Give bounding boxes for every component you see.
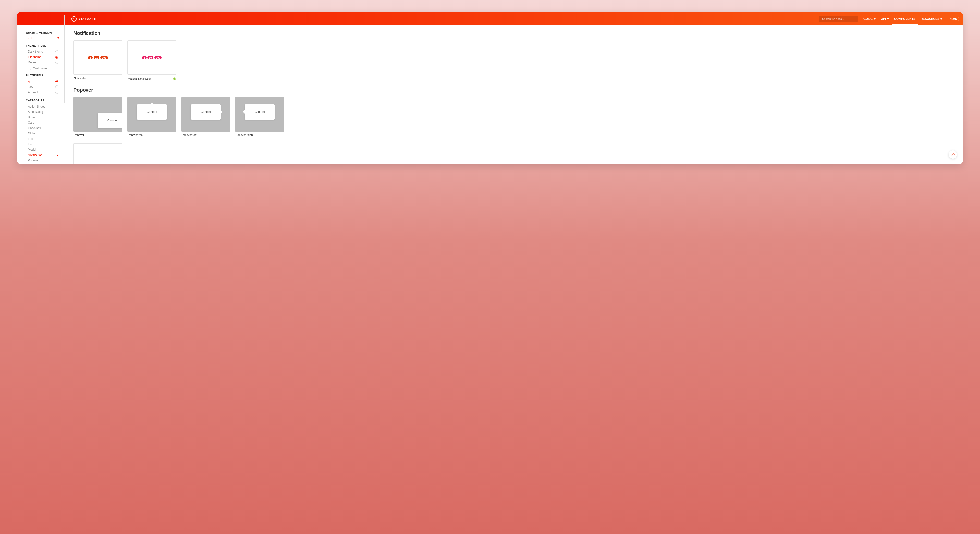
card-preview: 1 10 999 [73, 40, 123, 75]
cat-button[interactable]: Button [28, 114, 59, 120]
cat-popover[interactable]: Popover [28, 158, 59, 163]
platform-all[interactable]: All [28, 79, 59, 84]
platform-ios[interactable]: iOS [28, 84, 59, 90]
onsen-logo-icon [71, 16, 77, 22]
news-badge[interactable]: NEWS [948, 17, 959, 21]
categories-title: CATEGORIES [26, 99, 59, 102]
radio-icon [56, 56, 58, 59]
cat-dialog[interactable]: Dialog [28, 131, 59, 136]
card-preview: Content [127, 97, 177, 132]
nav-api[interactable]: API [881, 17, 889, 21]
version-title: Onsen UI VERSION [26, 31, 59, 34]
radio-icon [56, 61, 58, 64]
cat-fab[interactable]: Fab [28, 136, 59, 141]
popover-arrow-icon [221, 110, 223, 114]
top-nav: GUIDE API COMPONENTS RESOURCES NEWS [863, 17, 959, 21]
card-popover-bottom[interactable]: Content [73, 143, 123, 164]
card-popover-left[interactable]: Content Popover(left) [181, 97, 230, 137]
card-label: Popover(right) [235, 132, 284, 137]
nav-components[interactable]: COMPONENTS [894, 17, 915, 21]
cat-list[interactable]: List [28, 141, 59, 147]
card-preview: 1 10 999 [127, 40, 177, 75]
notification-badge: 1 [142, 56, 146, 59]
popover-grid-row2: Content [73, 143, 953, 164]
section-notification-title: Notification [73, 30, 953, 36]
theme-default[interactable]: Default [28, 60, 59, 65]
section-popover-title: Popover [73, 87, 953, 93]
radio-icon [56, 80, 58, 83]
card-label: Popover(top) [127, 132, 177, 137]
search-input[interactable] [822, 17, 856, 20]
cat-notification[interactable]: Notification [28, 153, 59, 158]
nav-guide[interactable]: GUIDE [863, 17, 876, 21]
popover-demo: Content [137, 104, 167, 119]
card-label: Material Notification ◉ [127, 75, 177, 80]
radio-icon [56, 91, 58, 94]
chevron-down-icon [874, 18, 876, 20]
card-preview: Content [73, 97, 123, 132]
radio-icon [56, 86, 58, 88]
main-content: Notification 1 10 999 Notification [64, 25, 963, 164]
version-select[interactable]: 2.11.2 [28, 36, 59, 40]
theme-title: THEME PRESET [26, 44, 59, 47]
card-label: Popover [73, 132, 123, 137]
scroll-to-top-button[interactable] [949, 150, 957, 159]
android-icon: ◉ [173, 77, 176, 80]
app-body: Onsen UI VERSION 2.11.2 THEME PRESET Dar… [17, 25, 963, 164]
popover-arrow-icon [243, 110, 245, 114]
notification-grid: 1 10 999 Notification 1 10 [73, 40, 953, 80]
nav-resources[interactable]: RESOURCES [921, 17, 942, 21]
notification-badge: 999 [100, 56, 108, 59]
card-notification[interactable]: 1 10 999 Notification [73, 40, 123, 80]
checkbox-icon [28, 67, 31, 70]
badge-row: 1 10 999 [88, 56, 108, 59]
chevron-down-icon [57, 38, 59, 39]
search-box[interactable] [819, 16, 858, 22]
popover-arrow-icon [150, 102, 154, 104]
radio-icon [56, 50, 58, 53]
cat-alert-dialog[interactable]: Alert Dialog [28, 109, 59, 114]
chevron-down-icon [887, 18, 889, 20]
cat-modal[interactable]: Modal [28, 147, 59, 153]
card-popover-top[interactable]: Content Popover(top) [127, 97, 177, 137]
sidebar: Onsen UI VERSION 2.11.2 THEME PRESET Dar… [17, 25, 64, 164]
card-material-notification[interactable]: 1 10 999 Material Notification ◉ [127, 40, 177, 80]
card-preview: Content [73, 143, 123, 164]
app-window: OnsenUI GUIDE API COMPONENTS RESOURCES N… [17, 12, 963, 164]
theme-dark[interactable]: Dark theme [28, 49, 59, 54]
app-header: OnsenUI GUIDE API COMPONENTS RESOURCES N… [17, 12, 963, 25]
platforms-title: PLATFORMS [26, 74, 59, 77]
card-popover-right[interactable]: Content Popover(right) [235, 97, 284, 137]
theme-customize[interactable]: Customize [28, 67, 59, 70]
card-preview: Content [235, 97, 284, 132]
card-label: Notification [73, 75, 123, 79]
card-preview: Content [181, 97, 230, 132]
cat-action-sheet[interactable]: Action Sheet [28, 104, 59, 109]
platform-android[interactable]: Android [28, 90, 59, 95]
notification-badge: 1 [88, 56, 92, 59]
notification-badge: 10 [148, 56, 153, 59]
sidebar-scrollbar[interactable] [64, 15, 65, 103]
badge-row: 1 10 999 [142, 56, 162, 59]
theme-old[interactable]: Old theme [28, 54, 59, 60]
notification-badge: 999 [154, 56, 162, 59]
card-popover[interactable]: Content Popover [73, 97, 123, 137]
popover-demo: Content [97, 113, 123, 128]
cat-checkbox[interactable]: Checkbox [28, 126, 59, 131]
popover-demo: Content [245, 104, 275, 119]
cat-card[interactable]: Card [28, 120, 59, 126]
popover-grid: Content Popover Content Popover(top) Con… [73, 97, 953, 137]
chevron-down-icon [940, 18, 942, 20]
logo[interactable]: OnsenUI [71, 16, 97, 22]
popover-demo: Content [191, 104, 221, 119]
logo-text: OnsenUI [79, 17, 97, 21]
cat-progress-bar[interactable]: Progress Bar [28, 163, 59, 164]
card-label: Popover(left) [181, 132, 230, 137]
notification-badge: 10 [94, 56, 99, 59]
